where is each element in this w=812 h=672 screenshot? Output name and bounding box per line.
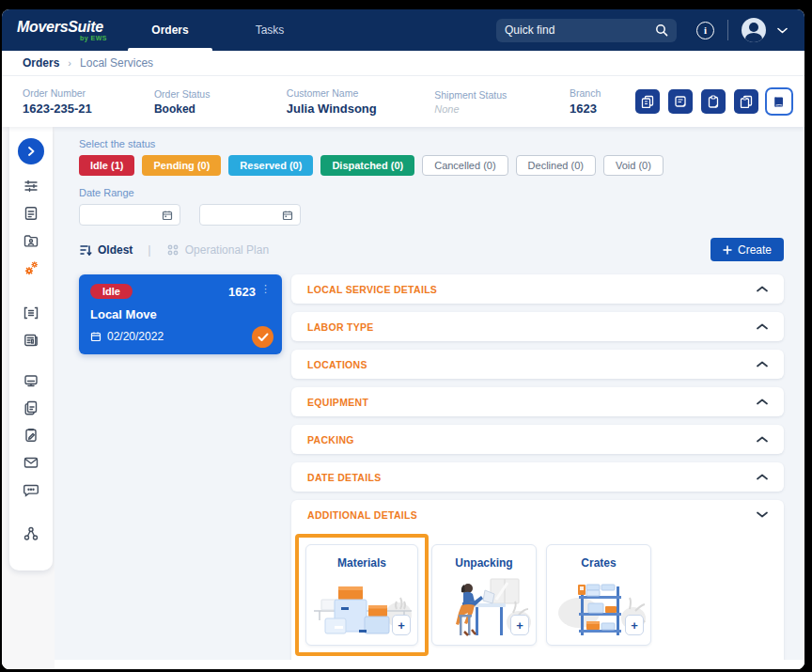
sidebar-item-planner[interactable] — [19, 174, 43, 198]
shipment-status-value: None — [434, 103, 570, 115]
crates-card[interactable]: Crates — [546, 544, 651, 646]
create-button[interactable]: Create — [710, 238, 784, 261]
search-icon[interactable] — [655, 23, 668, 37]
unpacking-add-button[interactable]: + — [510, 615, 529, 635]
accordion-local-service-details[interactable]: LOCAL SERVICE DETAILS — [291, 274, 784, 304]
main-tabs: Orders Tasks — [120, 9, 320, 51]
unpacking-illustration: + — [432, 577, 536, 639]
breadcrumb-separator: › — [68, 57, 71, 69]
chevron-up-icon — [757, 399, 768, 405]
user-avatar[interactable] — [742, 18, 766, 42]
note-icon[interactable] — [668, 89, 693, 114]
chip-idle[interactable]: Idle (1) — [79, 155, 134, 176]
breadcrumb-local-services[interactable]: Local Services — [80, 56, 153, 70]
order-number-label: Order Number — [23, 87, 154, 99]
field-customer-name: Customer Name Julia Windsong — [287, 87, 434, 116]
materials-card[interactable]: Materials — [305, 544, 418, 646]
accordion-labor-type[interactable]: LABOR TYPE — [291, 312, 784, 341]
chevron-down-icon[interactable] — [777, 27, 788, 34]
order-status-value: Booked — [154, 102, 287, 116]
accordion-label: EQUIPMENT — [307, 397, 368, 408]
breadcrumb-orders[interactable]: Orders — [23, 56, 59, 70]
unpacking-card[interactable]: Unpacking — [431, 544, 537, 646]
chip-dispatched[interactable]: Dispatched (0) — [320, 155, 414, 176]
accordion-label: LOCAL SERVICE DETAILS — [307, 284, 437, 295]
chip-void[interactable]: Void (0) — [603, 155, 664, 176]
crates-add-button[interactable]: + — [625, 615, 644, 635]
grid-icon — [166, 243, 180, 257]
crates-card-title: Crates — [547, 556, 650, 570]
operational-plan-label: Operational Plan — [185, 243, 269, 257]
sort-oldest-button[interactable]: Oldest — [79, 243, 133, 257]
plus-icon — [723, 245, 732, 255]
accordion-label: PACKING — [307, 434, 354, 445]
clipboard-edit-icon — [23, 427, 39, 444]
tab-orders[interactable]: Orders — [120, 9, 220, 51]
clipboard-copy-icon[interactable] — [734, 89, 758, 114]
accordion-date-details[interactable]: DATE DETAILS — [291, 462, 784, 492]
info-icon[interactable]: i — [696, 22, 714, 39]
sidebar-item-network[interactable] — [19, 522, 43, 546]
order-card[interactable]: Idle 1623 ⋮ Local Move 02/20/2022 — [79, 274, 282, 354]
sidebar-item-mail[interactable] — [19, 450, 43, 475]
date-from-input[interactable] — [79, 204, 180, 226]
tab-tasks-label: Tasks — [256, 23, 285, 37]
chevron-up-icon — [757, 474, 768, 480]
pages-icon — [23, 399, 39, 416]
topbar-divider — [727, 20, 728, 40]
chip-declined[interactable]: Declined (0) — [516, 155, 596, 176]
order-card-title: Local Move — [90, 307, 271, 321]
order-number-value: 1623-235-21 — [23, 102, 154, 116]
sidebar-item-documents[interactable] — [19, 396, 43, 420]
order-card-date-row: 02/20/2022 — [90, 330, 271, 343]
selected-check-badge[interactable] — [252, 326, 273, 348]
materials-add-button[interactable]: + — [392, 615, 411, 635]
accordion-packing[interactable]: PACKING — [291, 425, 784, 454]
chip-idle-label: Idle (1) — [90, 160, 123, 171]
sidebar-item-order-notes[interactable] — [19, 201, 43, 226]
sidebar-expand-button[interactable] — [18, 138, 44, 164]
customer-name-value: Julia Windsong — [287, 102, 434, 116]
main-panel: Select the status Idle (1) Pending (0) R… — [55, 127, 804, 669]
chevron-up-icon — [757, 361, 768, 367]
sidebar-item-customer[interactable] — [19, 228, 43, 253]
materials-card-title: Materials — [306, 556, 417, 570]
sidebar-item-local-services-active[interactable] — [19, 256, 43, 280]
copy-documents-icon[interactable] — [635, 89, 660, 114]
chip-pending-label: Pending (0) — [153, 160, 210, 171]
operational-plan-button[interactable]: Operational Plan — [166, 243, 269, 257]
quick-find-search[interactable] — [496, 19, 677, 42]
chip-pending[interactable]: Pending (0) — [142, 155, 221, 176]
sidebar-item-tasks-clipboard[interactable] — [19, 423, 43, 447]
accordion-locations[interactable]: LOCATIONS — [291, 350, 784, 379]
bottom-strip — [55, 660, 804, 669]
sidebar-item-inventory[interactable] — [19, 301, 43, 325]
sidebar — [9, 127, 53, 570]
chip-void-label: Void (0) — [616, 160, 651, 171]
order-card-date: 02/20/2022 — [107, 330, 164, 343]
tab-orders-label: Orders — [151, 23, 188, 37]
kebab-icon[interactable]: ⋮ — [260, 283, 271, 295]
date-to-input[interactable] — [199, 204, 301, 226]
mail-icon — [23, 454, 39, 471]
sidebar-item-news[interactable] — [19, 328, 43, 352]
clipboard-icon[interactable] — [701, 89, 726, 114]
chip-cancelled[interactable]: Cancelled (0) — [422, 155, 508, 176]
tab-tasks[interactable]: Tasks — [220, 9, 320, 51]
search-input[interactable] — [505, 23, 655, 37]
logo-title: MoversSuite — [17, 19, 107, 36]
status-filter-label: Select the status — [79, 138, 784, 149]
chevron-down-icon — [757, 511, 768, 518]
chip-reserved[interactable]: Reserved (0) — [228, 155, 313, 176]
accordion-additional-details[interactable]: ADDITIONAL DETAILS — [291, 500, 784, 529]
date-range-row — [79, 204, 784, 226]
field-order-number: Order Number 1623-235-21 — [23, 87, 154, 116]
sidebar-item-display[interactable] — [19, 368, 43, 393]
id-card-icon — [23, 372, 39, 389]
calendar-icon — [90, 331, 102, 342]
app-window: MoversSuite by EWS Orders Tasks i — [2, 9, 804, 669]
accordion-equipment[interactable]: EQUIPMENT — [291, 387, 784, 416]
network-icon — [23, 525, 39, 542]
journal-icon[interactable] — [767, 89, 791, 114]
sidebar-item-messages[interactable] — [19, 477, 43, 502]
